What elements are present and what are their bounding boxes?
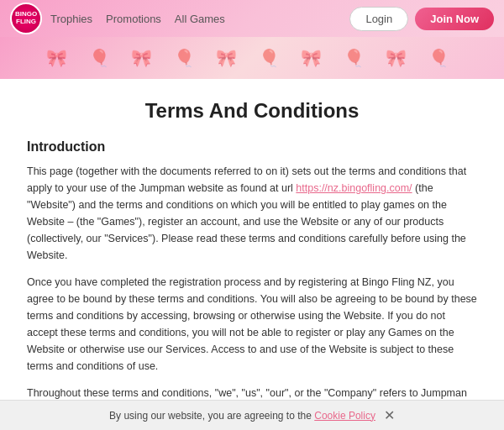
join-now-button[interactable]: Join Now [415,8,494,30]
cookie-policy-link[interactable]: Cookie Policy [314,410,375,422]
main-content: Terms And Conditions Introduction This p… [0,79,504,400]
logo[interactable]: BINGO FLING [10,3,42,34]
cookie-bar-text: By using our website, you are agreeing t… [109,410,312,422]
nav-links: Trophies Promotions All Games [50,13,225,25]
login-button[interactable]: Login [349,7,408,31]
section-heading-introduction: Introduction [27,139,477,155]
cookie-bar: By using our website, you are agreeing t… [0,400,504,430]
header-buttons: Login Join Now [349,7,494,31]
header: BINGO FLING Trophies Promotions All Game… [0,0,504,37]
intro-paragraph-2: Once you have completed the registration… [27,274,477,375]
nav-promotions[interactable]: Promotions [106,13,161,25]
banner-strip [0,37,504,79]
nav-trophies[interactable]: Trophies [50,13,92,25]
nav-all-games[interactable]: All Games [175,13,225,25]
intro-paragraph-3: Throughout these terms and conditions, "… [27,385,477,400]
website-link[interactable]: https://nz.bingofling.com/ [296,182,412,194]
intro-paragraph-1: This page (together with the documents r… [27,163,477,264]
cookie-close-button[interactable]: ✕ [384,407,395,423]
page-title: Terms And Conditions [27,99,477,123]
logo-area: BINGO FLING Trophies Promotions All Game… [10,3,225,34]
